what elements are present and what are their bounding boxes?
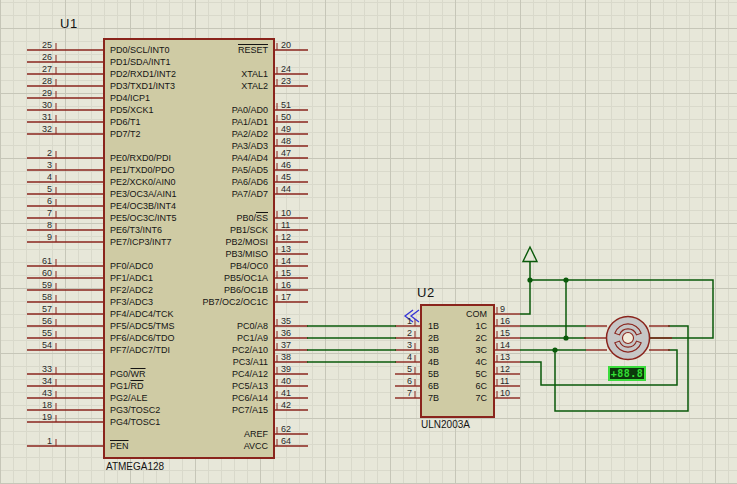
u1-pin-pa0-ad0-label: PA0/AD0	[158, 105, 268, 115]
u1-pin-pf2-adc2-number: 59	[24, 280, 52, 290]
u1-pin-pd0-scl-int0-number: 25	[24, 40, 52, 50]
junction-dot-1	[563, 277, 568, 282]
u1-pin-pb7-oc2-oc1c-label: PB7/OC2/OC1C	[158, 297, 268, 307]
u1-pin-avcc-number: 64	[281, 436, 307, 446]
u1-pin-pg3-tosc2-number: 18	[24, 400, 52, 410]
u1-pin-pd6-t1-number: 31	[24, 112, 52, 122]
u1-pin-pe6-t3-int6-label: PE6/T3/INT6	[110, 225, 162, 235]
u1-pin-pe3-oc3a-ain1-number: 5	[24, 184, 52, 194]
u1-pin-pd7-t2-label: PD7/T2	[110, 129, 141, 139]
u1-pin-pe4-oc3b-int4-number: 6	[24, 196, 52, 206]
u1-pin-xtal2-number: 23	[281, 76, 307, 86]
u2-pin-4c-label: 4C	[377, 357, 487, 367]
u1-pin-pa4-ad4-label: PA4/AD4	[158, 153, 268, 163]
u1-pin-pa2-ad2-number: 49	[281, 124, 307, 134]
u1-pin-pe0-rxd0-pdi-number: 2	[24, 148, 52, 158]
u1-pin-pa1-ad1-label: PA1/AD1	[158, 117, 268, 127]
u1-pin-pf7-adc7-tdi-number: 54	[24, 340, 52, 350]
u1-pin-pg2-ale-label: PG2/ALE	[110, 393, 148, 403]
u1-pin-pf0-adc0-number: 61	[24, 256, 52, 266]
u1-pin-pb1-sck-number: 11	[281, 220, 307, 230]
u1-pin-pd5-xck1-label: PD5/XCK1	[110, 105, 154, 115]
u1-pin-pe7-icp3-int7-number: 9	[24, 232, 52, 242]
u1-pin-pc0-a8-label: PC0/A8	[158, 321, 268, 331]
u1-pin-pg3-tosc2-label: PG3/TOSC2	[110, 405, 160, 415]
u1-pin-pb3-miso-label: PB3/MISO	[158, 249, 268, 259]
u1-pin-pd6-t1-label: PD6/T1	[110, 117, 141, 127]
u1-pin-pb6-oc1b-label: PB6/OC1B	[158, 285, 268, 295]
u1-pin-pg4-tosc1-number: 19	[24, 412, 52, 422]
u1-pin-pc5-a13-number: 40	[281, 376, 307, 386]
u2-pin-2c-label: 2C	[377, 333, 487, 343]
chip-u2-part-name: ULN2003A	[421, 419, 470, 430]
u1-pin-pg4-tosc1-label: PG4/TOSC1	[110, 417, 160, 427]
u1-pin-pa6-ad6-label: PA6/AD6	[158, 177, 268, 187]
u1-pin-pa1-ad1-number: 50	[281, 112, 307, 122]
u1-pin-pa0-ad0-number: 51	[281, 100, 307, 110]
u1-pin-pc6-a14-number: 41	[281, 388, 307, 398]
u1-pin-pd4-icp1-number: 29	[24, 88, 52, 98]
u2-pin-com-number: 9	[500, 304, 522, 314]
u1-pin-pe4-oc3b-int4-label: PE4/OC3B/INT4	[110, 201, 176, 211]
u1-pin-xtal1-label: XTAL1	[158, 69, 268, 79]
u1-pin-pd4-icp1-label: PD4/ICP1	[110, 93, 150, 103]
u1-pin-pf0-adc0-label: PF0/ADC0	[110, 261, 153, 271]
junction-dot-0	[527, 277, 532, 282]
u1-pin-pa2-ad2-label: PA2/AD2	[158, 129, 268, 139]
wire-4c-to-motor[interactable]	[520, 350, 677, 385]
u1-pin-pa3-ad3-number: 48	[281, 136, 307, 146]
u1-pin-pb0-ss-number: 10	[281, 208, 307, 218]
u1-pin-pen-number: 1	[24, 436, 52, 446]
u1-pin-pd3-txd1-int3-number: 28	[24, 76, 52, 86]
u1-pin-pe5-oc3c-int5-number: 7	[24, 208, 52, 218]
u1-pin-xtal1-number: 24	[281, 64, 307, 74]
u1-pin-pf3-adc3-label: PF3/ADC3	[110, 297, 153, 307]
u2-pin-1c-number: 16	[500, 316, 522, 326]
u1-pin-pf2-adc2-label: PF2/ADC2	[110, 285, 153, 295]
schematic-canvas: U1 U2 ATMEGA128 ULN2003A +88.8 25PD0/SCL…	[0, 0, 737, 484]
u2-pin-1c-label: 1C	[377, 321, 487, 331]
u1-pin-pg0-wr-number: 33	[24, 364, 52, 374]
u1-pin-pb3-miso-number: 13	[281, 244, 307, 254]
u1-pin-pb6-oc1b-number: 16	[281, 280, 307, 290]
power-terminal-icon[interactable]	[523, 247, 537, 262]
u1-pin-aref-label: AREF	[158, 429, 268, 439]
motor-angle-display: +88.8	[608, 366, 646, 381]
u1-pin-pc5-a13-label: PC5/A13	[158, 381, 268, 391]
u1-pin-reset-label: RESET	[158, 45, 268, 55]
u1-pin-pf6-adc6-tdo-number: 55	[24, 328, 52, 338]
u1-pin-pg1-rd-number: 34	[24, 376, 52, 386]
u1-pin-pb1-sck-label: PB1/SCK	[158, 225, 268, 235]
u1-pin-pa5-ad5-label: PA5/AD5	[158, 165, 268, 175]
u1-pin-pb0-ss-label: PB0/SS	[158, 213, 268, 223]
motor-shaft	[623, 333, 634, 344]
junction-dot-2	[563, 335, 568, 340]
u1-pin-pb7-oc2-oc1c-number: 17	[281, 292, 307, 302]
u1-pin-pa6-ad6-number: 45	[281, 172, 307, 182]
chip-u1-ref: U1	[60, 16, 78, 31]
u2-pin-3c-label: 3C	[377, 345, 487, 355]
u2-pin-4c-number: 13	[500, 352, 522, 362]
u1-pin-pc2-a10-number: 37	[281, 340, 307, 350]
u1-pin-pc3-a11-number: 38	[281, 352, 307, 362]
u2-pin-6c-label: 6C	[377, 381, 487, 391]
u1-pin-pd7-t2-number: 32	[24, 124, 52, 134]
u1-pin-pd2-rxd1-int2-number: 27	[24, 64, 52, 74]
u1-pin-pa7-ad7-label: PA7/AD7	[158, 189, 268, 199]
u1-pin-pb2-mosi-label: PB2/MOSI	[158, 237, 268, 247]
u2-pin-com-label: COM	[377, 309, 487, 319]
u1-pin-pa5-ad5-number: 46	[281, 160, 307, 170]
u1-pin-pf1-adc1-label: PF1/ADC1	[110, 273, 153, 283]
u2-pin-5c-number: 12	[500, 364, 522, 374]
u1-pin-avcc-label: AVCC	[158, 441, 268, 451]
chip-u1-part-name: ATMEGA128	[106, 461, 164, 472]
u1-pin-aref-number: 62	[281, 424, 307, 434]
u1-pin-pc7-a15-number: 42	[281, 400, 307, 410]
u1-pin-reset-number: 20	[281, 40, 307, 50]
u1-pin-pc7-a15-label: PC7/A15	[158, 405, 268, 415]
u1-pin-pen-label: PEN	[110, 441, 129, 451]
u1-pin-pb5-oc1a-number: 15	[281, 268, 307, 278]
u1-pin-pd1-sda-int1-number: 26	[24, 52, 52, 62]
u1-pin-pd1-sda-int1-label: PD1/SDA/INT1	[110, 57, 171, 67]
u1-pin-pc4-a12-label: PC4/A12	[158, 369, 268, 379]
